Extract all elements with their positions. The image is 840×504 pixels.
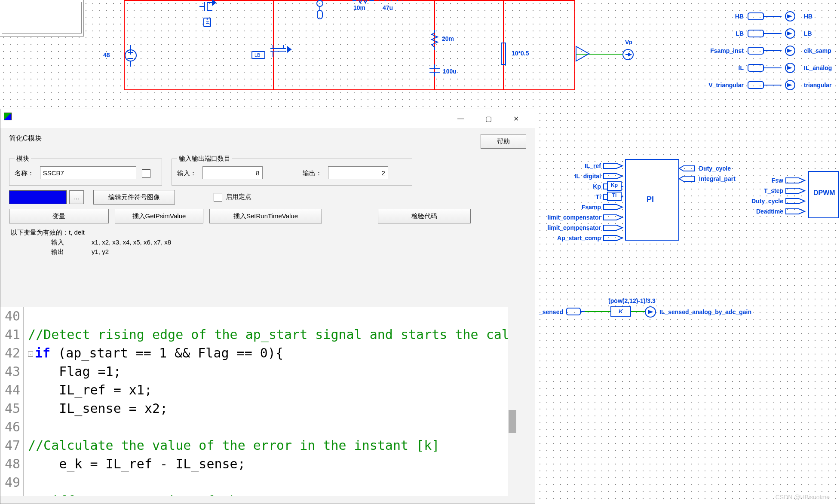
enable-fixed-checkbox[interactable] <box>214 193 222 202</box>
tag-lb-icon: LB <box>251 50 268 60</box>
inductor-icon <box>379 0 402 2</box>
gain-expr: (pow(2,12)-1)/3.3 <box>589 297 675 304</box>
cap-label: 100u <box>443 68 457 75</box>
current-probe-icon <box>314 0 328 21</box>
pi-block-name: PI <box>647 195 654 204</box>
pi-in-label: Ap_start_comp <box>528 235 601 241</box>
svg-marker-60 <box>649 311 652 313</box>
input-count-field[interactable] <box>202 166 263 179</box>
name-checkbox[interactable] <box>142 169 150 178</box>
port-icon <box>604 162 625 170</box>
svg-marker-19 <box>288 47 291 52</box>
port-icon <box>604 203 625 211</box>
tag-to: HB <box>804 13 840 20</box>
probe-gain-icon <box>645 306 656 318</box>
code-line[interactable]: 48 e_k = IL_ref - IL_sense; <box>0 455 508 473</box>
output-count-field[interactable] <box>328 166 388 179</box>
pi-in-label: Fsamp <box>528 204 601 211</box>
code-line[interactable]: 42-if (ap_start == 1 && Flag == 0){ <box>0 344 508 362</box>
mosfet-hb-icon <box>199 0 217 13</box>
svg-marker-48 <box>788 49 791 52</box>
pi-out-label: Duty_cycle <box>699 165 768 172</box>
port-icon <box>604 213 625 222</box>
name-label: 名称： <box>15 169 34 177</box>
dpwm-in-label: Fsw <box>731 177 783 184</box>
tag-to: triangular <box>804 82 840 89</box>
gain-wire-out <box>631 311 646 312</box>
gain-out-label: IL_sensed_analog_by_adc_gain <box>659 309 814 315</box>
probe-vo-icon <box>622 49 634 60</box>
input-count-label: 输入： <box>177 169 196 177</box>
code-line[interactable]: 45 IL_sense = x2; <box>0 399 508 418</box>
tag-icon <box>748 63 800 73</box>
cap-icon <box>429 64 441 76</box>
variables-button[interactable]: 变量 <box>9 209 109 223</box>
dialog-icon <box>4 113 12 120</box>
svg-text:HB: HB <box>205 18 210 24</box>
tag-to: IL_analog <box>804 64 840 71</box>
code-line[interactable]: 47//Calculate the value of the error in … <box>0 436 508 455</box>
maximize-button[interactable]: ▢ <box>475 110 502 127</box>
gain-k-box[interactable]: K <box>610 306 631 317</box>
insert-setruntime-button[interactable]: 插入SetRunTimeValue <box>209 209 322 223</box>
edit-symbol-button[interactable]: 编辑元件符号图像 <box>93 190 175 205</box>
output-count-label: 输出： <box>303 169 322 177</box>
simplified-c-block-dialog[interactable]: — ▢ ✕ 简化C模块 帮助 模块 名称： 输入输出端口数目 输入： 输出： <box>0 109 535 504</box>
color-ellipsis-button[interactable]: ... <box>69 190 84 204</box>
code-line[interactable]: 50//Difference equation of the compensat… <box>0 492 508 496</box>
name-input[interactable] <box>40 166 136 179</box>
tag-sensed-icon <box>567 307 586 316</box>
watermark: CSDN @HBisnotme <box>776 494 830 501</box>
svg-point-22 <box>317 0 323 6</box>
svg-rect-45 <box>748 47 763 54</box>
vsource-icon <box>125 45 137 69</box>
vin-label: 48 <box>103 52 110 58</box>
tag-from: Fsamp_inst <box>671 47 744 54</box>
code-line[interactable]: 43 Flag =1; <box>0 362 508 381</box>
svg-marker-36 <box>628 53 631 56</box>
kp-port: Kp <box>607 181 622 191</box>
code-editor[interactable]: 4041//Detect rising edge of the ap_start… <box>0 307 508 496</box>
code-line[interactable]: 44 IL_ref = x1; <box>0 381 508 399</box>
svg-text:LB: LB <box>254 52 260 58</box>
pi-in-label: limit_compensator <box>528 224 601 231</box>
gain-in-label: _sensed <box>533 309 563 315</box>
editor-scrollbar-thumb[interactable] <box>509 410 516 433</box>
port-icon <box>604 234 625 242</box>
tag-from: V_triangular <box>671 82 744 89</box>
rload-label: 10*0.5 <box>512 50 529 57</box>
color-swatch[interactable] <box>9 190 67 204</box>
tag-icon <box>748 11 800 21</box>
dpwm-block-name: DPWM <box>813 189 835 197</box>
code-line[interactable]: 40 <box>0 307 508 325</box>
svg-marker-56 <box>788 84 791 86</box>
svg-marker-52 <box>788 67 791 69</box>
tag-to: clk_samp <box>804 47 840 54</box>
svg-rect-53 <box>748 82 763 89</box>
minimize-button[interactable]: — <box>447 110 475 127</box>
dialog-titlebar[interactable]: — ▢ ✕ <box>0 109 535 128</box>
module-fieldset: 模块 名称： <box>9 155 162 186</box>
svg-rect-37 <box>748 13 763 20</box>
code-line[interactable]: 41//Detect rising edge of the ap_start s… <box>0 325 508 344</box>
dpwm-in-label: Duty_cycle <box>731 198 783 205</box>
port-icon <box>604 223 625 232</box>
insert-getpsim-button[interactable]: 插入GetPsimValue <box>115 209 203 223</box>
code-line[interactable]: 46 <box>0 418 508 436</box>
help-button[interactable]: 帮助 <box>481 134 526 149</box>
code-line[interactable]: 49 <box>0 473 508 492</box>
pi-in-label: Kp <box>528 183 601 190</box>
tag-icon <box>748 80 800 90</box>
op-buffer-icon <box>576 46 593 62</box>
port-icon <box>786 186 808 195</box>
rind-label: 10m <box>353 4 365 11</box>
port-icon <box>786 176 808 185</box>
mosfet-lb-icon <box>269 45 293 59</box>
port-icon <box>786 207 808 216</box>
valid-vars-text: 以下变量为有效的：t, delt 输入x1, x2, x3, x4, x5, x… <box>11 228 526 257</box>
check-code-button[interactable]: 检验代码 <box>378 209 471 223</box>
svg-rect-49 <box>748 64 763 71</box>
close-button[interactable]: ✕ <box>502 110 530 127</box>
svg-marker-44 <box>788 32 791 35</box>
ti-port: Ti <box>607 192 622 201</box>
